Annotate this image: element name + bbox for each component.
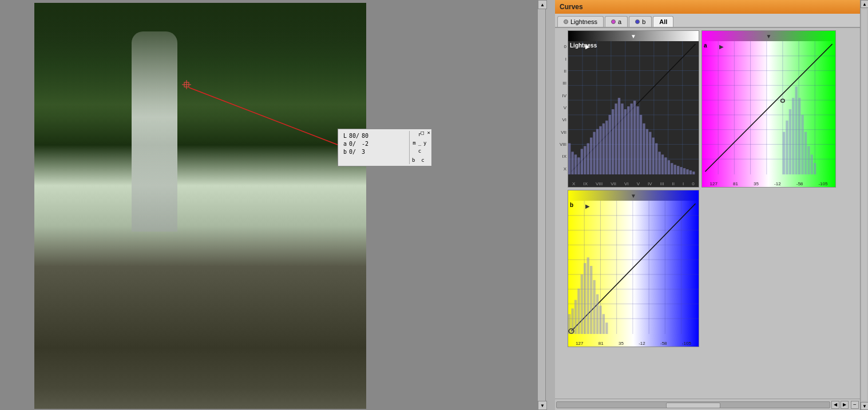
a-bar-handle[interactable]: ▼ xyxy=(766,33,772,39)
lightness-chart-wrapper: 0 I II III IV V VI VII VIII IX X xyxy=(557,30,699,188)
svg-rect-23 xyxy=(574,154,577,174)
svg-rect-39 xyxy=(624,109,627,174)
svg-rect-112 xyxy=(587,257,589,334)
curves-content: 0 I II III IV V VI VII VIII IX X xyxy=(555,28,860,399)
image-canvas: □ × L 80/ 80 a 0/ -2 b 0/ 3 xyxy=(0,0,538,410)
zoom-out-btn[interactable]: − xyxy=(851,401,859,409)
curves-panel: Curves Lightness a b All xyxy=(555,0,860,410)
svg-rect-116 xyxy=(599,305,601,334)
svg-rect-43 xyxy=(636,106,639,174)
svg-rect-87 xyxy=(811,154,813,174)
a-bottom-labels: 127 81 35 -12 -58 -105 xyxy=(702,181,835,186)
svg-rect-108 xyxy=(574,300,577,334)
curves-bottom-row: ▼ b ▶ xyxy=(557,190,858,347)
svg-rect-49 xyxy=(655,143,657,174)
lightness-bar-handle[interactable]: ▼ xyxy=(631,33,636,39)
a-label: a xyxy=(342,140,348,148)
svg-rect-34 xyxy=(609,115,611,174)
a-play-btn[interactable]: ▶ xyxy=(719,43,724,50)
compass-center: _ xyxy=(417,140,422,148)
svg-rect-28 xyxy=(590,138,592,174)
svg-rect-29 xyxy=(593,132,595,174)
lightness-dot xyxy=(564,19,568,24)
svg-rect-46 xyxy=(646,129,648,174)
svg-rect-50 xyxy=(658,152,660,174)
svg-rect-117 xyxy=(603,314,605,334)
scroll-down-arrow[interactable]: ▼ xyxy=(538,401,547,410)
info-values: L 80/ 80 a 0/ -2 b 0/ 3 xyxy=(340,131,409,164)
scroll-right-btn[interactable]: ▶ xyxy=(841,401,849,409)
svg-rect-79 xyxy=(786,121,788,174)
scroll-up-arrow[interactable]: ▲ xyxy=(538,0,547,9)
b-bar-handle[interactable]: ▼ xyxy=(631,193,636,199)
svg-rect-32 xyxy=(603,124,605,174)
svg-rect-38 xyxy=(621,104,623,174)
lightness-play-btn[interactable]: ▶ xyxy=(585,43,590,50)
svg-rect-55 xyxy=(674,165,676,174)
curves-top-row: 0 I II III IV V VI VII VIII IX X xyxy=(557,30,858,188)
tab-lightness[interactable]: Lightness xyxy=(557,16,604,27)
tab-bar: Lightness a b All xyxy=(555,14,860,28)
lightness-chart-label: Lightness xyxy=(570,42,597,49)
right-scrollbar[interactable]: ▲ ▼ xyxy=(860,0,868,410)
b-curve-svg xyxy=(568,201,699,334)
svg-rect-60 xyxy=(689,170,692,174)
svg-rect-24 xyxy=(577,157,580,174)
resize-icon[interactable]: □ xyxy=(421,130,424,136)
a-curve-svg xyxy=(702,41,835,174)
svg-rect-22 xyxy=(571,152,573,174)
b-value: 3 xyxy=(360,148,370,156)
svg-rect-48 xyxy=(652,138,655,174)
b-play-btn[interactable]: ▶ xyxy=(585,203,590,209)
b-chart-label: b xyxy=(570,202,573,208)
a-current: 0/ xyxy=(348,140,360,148)
svg-rect-78 xyxy=(783,132,785,174)
svg-rect-115 xyxy=(596,294,599,334)
svg-rect-114 xyxy=(593,280,595,334)
tab-all[interactable]: All xyxy=(653,16,673,27)
svg-rect-118 xyxy=(605,323,608,334)
compass-right: y xyxy=(423,140,427,148)
horizontal-scrollbar[interactable]: ◀ ▶ − xyxy=(555,399,860,410)
svg-rect-47 xyxy=(649,132,651,174)
tab-a[interactable]: a xyxy=(605,16,628,27)
svg-rect-25 xyxy=(581,149,583,174)
scroll-track[interactable] xyxy=(556,401,830,408)
close-icon[interactable]: × xyxy=(427,130,430,136)
svg-rect-86 xyxy=(807,146,810,174)
lightness-chart[interactable]: ▼ Lightness ▶ xyxy=(568,30,699,188)
right-scroll-down[interactable]: ▼ xyxy=(861,402,868,410)
svg-rect-109 xyxy=(577,289,580,334)
scroll-left-btn[interactable]: ◀ xyxy=(831,401,839,409)
l-value: 80 xyxy=(360,132,370,140)
svg-rect-52 xyxy=(664,157,667,174)
a-value: -2 xyxy=(360,140,370,148)
scroll-thumb[interactable] xyxy=(666,403,720,408)
b-label-row: b xyxy=(342,148,348,156)
a-chart-label: a xyxy=(704,42,707,49)
b-current: 0/ xyxy=(348,148,360,156)
lightness-bottom-labels: X IX VIII VII VI V IV III II I 0 xyxy=(568,181,699,186)
svg-rect-40 xyxy=(627,106,629,174)
svg-rect-33 xyxy=(605,121,608,174)
svg-rect-110 xyxy=(581,274,583,334)
tab-b[interactable]: b xyxy=(629,16,652,27)
left-scrollbar[interactable]: ▲ ▼ xyxy=(538,0,546,410)
a-chart[interactable]: ▼ a ▶ xyxy=(701,30,836,188)
svg-rect-42 xyxy=(633,101,636,174)
right-scroll-thumb[interactable] xyxy=(862,9,867,401)
b-chart[interactable]: ▼ b ▶ xyxy=(568,190,699,347)
b-chart-wrapper: ▼ b ▶ xyxy=(557,190,699,347)
svg-rect-54 xyxy=(671,163,673,174)
svg-rect-35 xyxy=(612,109,614,174)
svg-line-77 xyxy=(705,44,832,172)
svg-rect-53 xyxy=(668,160,670,174)
svg-rect-81 xyxy=(792,98,794,174)
svg-rect-57 xyxy=(680,167,682,174)
svg-rect-44 xyxy=(640,115,642,174)
svg-rect-37 xyxy=(618,98,620,174)
right-scroll-up[interactable]: ▲ xyxy=(861,0,868,8)
svg-rect-51 xyxy=(661,154,664,174)
svg-rect-30 xyxy=(596,129,599,174)
compass-bottom: c xyxy=(417,148,422,156)
